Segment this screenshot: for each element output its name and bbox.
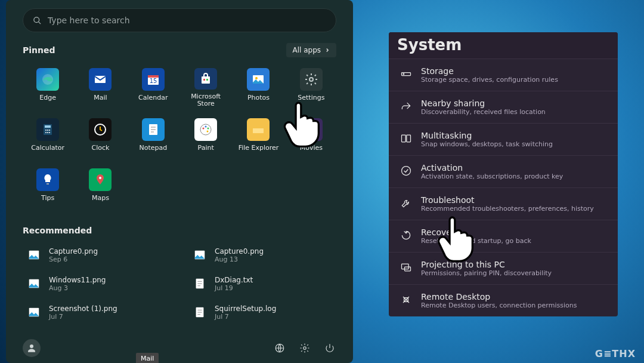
system-item-title: Nearby sharing [421,99,546,108]
calendar-icon: 15 [142,68,165,91]
tile-label: File Explorer [239,144,279,152]
svg-point-29 [208,128,209,130]
file-name: Capture0.png [215,247,264,256]
user-account-button[interactable] [23,339,41,357]
svg-point-12 [309,78,313,81]
svg-point-30 [207,131,209,133]
system-item-title: Projecting to this PC [421,260,552,269]
system-item-wrench[interactable]: Troubleshoot Recommended troubleshooters… [389,187,618,220]
system-item-desc: Reset, advanced startup, go back [421,237,531,245]
file-name: Capture0.png [49,247,98,256]
settings-icon [300,68,323,91]
system-item-desc: Activation state, subscriptions, product… [421,173,563,180]
svg-rect-34 [47,183,49,184]
pinned-tile-edge[interactable]: Edge [23,64,73,111]
calculator-icon [36,118,59,141]
pinned-tile-notepad[interactable]: Notepad [128,115,178,161]
svg-point-35 [99,177,101,179]
system-item-project[interactable]: Projecting to this PC Permissions, pairi… [389,252,618,284]
svg-point-19 [47,132,48,133]
tile-label: Calculator [31,144,64,152]
pinned-tile-paint[interactable]: Paint [181,115,231,161]
system-item-remote[interactable]: Remote Desktop Remote Desktop users, con… [389,284,618,316]
file-name: SquirrelSetup.log [215,304,276,313]
file-date: Jul 19 [215,284,253,292]
recommended-item[interactable]: Capture0.png Sep 6 [23,242,171,267]
svg-rect-54 [407,135,411,142]
edge-icon [36,68,59,91]
recommended-item[interactable]: Capture0.png Aug 13 [188,242,336,267]
system-item-check[interactable]: Activation Activation state, subscriptio… [389,155,618,187]
pinned-tile-settings[interactable]: Settings [286,64,336,111]
check-icon [400,164,413,177]
file-icon [191,303,209,321]
system-item-share[interactable]: Nearby sharing Discoverability, received… [389,91,618,123]
pinned-tile-photos[interactable]: Photos [233,64,283,111]
svg-text:15: 15 [149,78,157,84]
svg-point-17 [49,130,50,131]
pinned-tile-tips[interactable]: Tips [23,165,73,211]
pinned-tile-store[interactable]: Microsoft Store [181,64,231,111]
system-item-multitask[interactable]: Multitasking Snap windows, desktops, tas… [389,123,618,155]
fileexplorer-icon [247,118,270,141]
file-name: DxDiag.txt [215,276,253,284]
pinned-tile-calendar[interactable]: 15 Calendar [128,64,178,111]
svg-point-48 [30,344,33,348]
mail-icon [89,68,112,91]
file-date: Sep 6 [49,256,98,263]
file-date: Jul 7 [215,313,276,321]
file-date: Aug 3 [49,284,106,292]
maps-icon [89,168,112,191]
recommended-item[interactable]: DxDiag.txt Jul 19 [188,271,336,296]
svg-rect-53 [402,135,406,142]
pinned-title: Pinned [23,45,55,55]
pinned-tile-maps[interactable]: Maps [75,165,125,211]
tooltip-mail: Mail [136,353,159,363]
system-item-title: Multitasking [421,131,553,140]
recommended-item[interactable]: SquirrelSetup.log Jul 7 [188,300,336,325]
tile-label: Paint [198,144,214,152]
settings-shortcut-icon[interactable] [298,342,311,355]
start-menu: Type here to search Pinned All apps Edge… [6,0,353,363]
all-apps-button[interactable]: All apps [286,43,336,57]
tile-label: Clock [92,144,110,152]
recommended-item[interactable]: Windows11.png Aug 3 [23,271,171,296]
tips-icon [36,168,59,191]
recommended-header: Recommended [23,226,336,235]
system-item-desc: Recommended troubleshooters, preferences… [421,205,594,213]
svg-rect-31 [253,128,264,133]
file-icon [191,275,209,293]
tile-label: Maps [92,195,109,202]
power-button[interactable] [323,342,336,355]
svg-point-18 [45,132,47,133]
svg-point-27 [203,128,205,130]
svg-point-28 [205,126,207,128]
tile-label: Notepad [139,144,167,152]
system-item-desc: Storage space, drives, configuration rul… [421,76,558,84]
remote-icon [400,293,413,306]
pinned-tile-movies[interactable]: Movies [286,115,336,161]
tile-label: Tips [41,195,54,202]
file-icon [25,275,43,293]
svg-rect-56 [402,264,409,269]
system-title: System [389,32,618,59]
svg-point-0 [34,17,39,22]
file-date: Jul 7 [49,313,117,321]
file-name: Screenshot (1).png [49,304,117,313]
pinned-tile-clock[interactable]: Clock [75,115,125,161]
system-item-recovery[interactable]: Recovery Reset, advanced startup, go bac… [389,220,618,252]
pinned-tile-fileexplorer[interactable]: File Explorer [233,115,283,161]
system-item-storage[interactable]: Storage Storage space, drives, configura… [389,59,618,91]
pinned-tile-calculator[interactable]: Calculator [23,115,73,161]
search-box[interactable]: Type here to search [23,8,336,32]
file-date: Aug 13 [215,256,264,263]
network-icon[interactable] [273,342,286,355]
user-avatar-icon [23,339,41,357]
svg-point-50 [304,347,306,350]
storage-icon [400,67,413,81]
tile-label: Settings [298,94,324,101]
pinned-tile-mail[interactable]: Mail [75,64,125,111]
photos-icon [247,68,270,91]
svg-rect-8 [203,79,205,81]
recommended-item[interactable]: Screenshot (1).png Jul 7 [23,300,171,325]
